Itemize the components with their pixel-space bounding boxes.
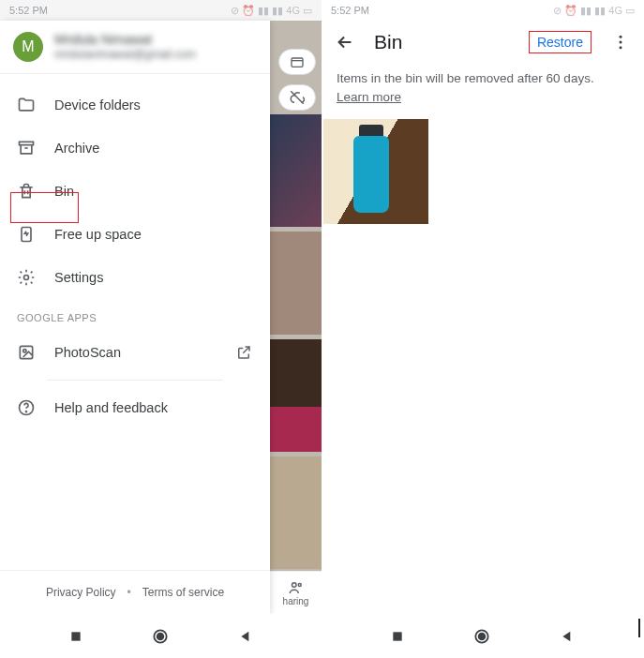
external-link-icon xyxy=(234,343,253,362)
signal2-icon: ▮▮ xyxy=(594,5,606,17)
status-bar-left: 5:52 PM ⊘ ⏰ ▮▮ ▮▮ 4G ▭ xyxy=(0,0,322,21)
android-navbar-left xyxy=(0,614,322,658)
navigation-drawer: M Mridula Nimawat mridulanimawat@gmail.c… xyxy=(0,21,270,614)
bg-thumb-4 xyxy=(270,456,322,569)
footer-terms-link[interactable]: Terms of service xyxy=(142,586,224,599)
battery-icon: ▭ xyxy=(625,5,635,17)
gear-icon xyxy=(17,268,36,287)
dnd-icon: ⊘ xyxy=(553,5,562,17)
svg-rect-13 xyxy=(71,632,80,640)
page-title: Bin xyxy=(374,31,512,53)
nav-settings[interactable]: Settings xyxy=(0,256,270,299)
nav-settings-label: Settings xyxy=(54,270,103,285)
nav-list: Device folders Archive Bin xyxy=(0,74,270,570)
nav-archive-label: Archive xyxy=(54,141,99,156)
recents-button[interactable] xyxy=(66,626,86,647)
learn-more-link[interactable]: Learn more xyxy=(337,90,401,104)
back-nav-button[interactable] xyxy=(557,626,577,647)
alarm-icon: ⏰ xyxy=(242,5,255,17)
bg-thumb-1 xyxy=(270,114,322,227)
nav-section-google-apps: Google Apps xyxy=(0,299,270,331)
highlight-restore-annotation: Restore xyxy=(529,31,592,53)
photo-content xyxy=(323,119,428,224)
folder-icon xyxy=(17,96,36,114)
svg-point-15 xyxy=(157,633,164,639)
bg-thumb-2 xyxy=(270,232,322,335)
divider xyxy=(47,380,223,381)
app-bar: Bin Restore xyxy=(322,21,644,64)
svg-point-5 xyxy=(24,276,29,280)
account-text: Mridula Nimawat mridulanimawat@gmail.com xyxy=(54,32,196,61)
phone-left: 5:52 PM ⊘ ⏰ ▮▮ ▮▮ 4G ▭ haring xyxy=(0,0,322,614)
nav-archive[interactable]: Archive xyxy=(0,127,270,170)
back-button[interactable] xyxy=(333,30,357,54)
drawer-footer: Privacy Policy • Terms of service xyxy=(0,570,270,614)
status-icons-left: ⊘ ⏰ ▮▮ ▮▮ 4G ▭ xyxy=(231,5,312,17)
svg-point-11 xyxy=(620,41,622,44)
pill-button-1[interactable] xyxy=(278,49,316,75)
back-nav-button[interactable] xyxy=(235,626,256,647)
avatar: M xyxy=(13,32,43,62)
footer-privacy-link[interactable]: Privacy Policy xyxy=(46,586,116,599)
bin-grid xyxy=(322,119,644,224)
dnd-icon: ⊘ xyxy=(231,5,239,17)
alarm-icon: ⏰ xyxy=(564,5,577,17)
account-email: mridulanimawat@gmail.com xyxy=(54,48,196,61)
text-cursor xyxy=(638,619,640,637)
svg-rect-3 xyxy=(20,142,34,144)
svg-point-7 xyxy=(23,350,26,352)
account-name: Mridula Nimawat xyxy=(54,32,196,48)
svg-point-1 xyxy=(292,583,296,588)
bottom-tab-sharing[interactable]: haring xyxy=(270,571,322,614)
svg-rect-0 xyxy=(292,58,303,67)
account-row[interactable]: M Mridula Nimawat mridulanimawat@gmail.c… xyxy=(0,21,270,74)
restore-button[interactable]: Restore xyxy=(532,31,589,53)
svg-point-18 xyxy=(479,633,486,639)
svg-point-2 xyxy=(298,584,301,587)
nav-free-up-space-label: Free up space xyxy=(54,227,142,242)
free-space-icon xyxy=(17,225,36,244)
signal-icon: ▮▮ xyxy=(258,5,269,17)
tab-sharing-label: haring xyxy=(283,596,309,606)
status-icons-right: ⊘ ⏰ ▮▮ ▮▮ 4G ▭ xyxy=(553,5,635,17)
svg-point-12 xyxy=(620,46,622,49)
android-navbar-right xyxy=(322,614,643,658)
status-time: 5:52 PM xyxy=(9,5,48,16)
photoscan-icon xyxy=(17,343,36,362)
signal-icon: ▮▮ xyxy=(580,5,592,17)
nav-photoscan[interactable]: PhotoScan xyxy=(0,331,270,374)
avatar-initial: M xyxy=(22,38,34,55)
home-button[interactable] xyxy=(472,626,492,647)
info-text-content: Items in the bin will be removed after 6… xyxy=(337,71,594,85)
nav-device-folders-label: Device folders xyxy=(54,97,141,112)
footer-separator: • xyxy=(127,586,131,599)
help-icon xyxy=(17,398,36,417)
pill-button-cloud-off[interactable] xyxy=(278,84,316,111)
recents-button[interactable] xyxy=(387,626,408,647)
phone-right: 5:52 PM ⊘ ⏰ ▮▮ ▮▮ 4G ▭ Bin Restore I xyxy=(322,0,644,614)
status-time-right: 5:52 PM xyxy=(331,5,369,16)
nav-device-folders[interactable]: Device folders xyxy=(0,83,270,127)
nav-bin-label: Bin xyxy=(54,184,74,199)
bin-info-text: Items in the bin will be removed after 6… xyxy=(322,64,644,119)
bg-thumb-3 xyxy=(270,339,322,452)
status-bar-right: 5:52 PM ⊘ ⏰ ▮▮ ▮▮ 4G ▭ xyxy=(322,0,644,21)
battery-icon: ▭ xyxy=(303,5,312,17)
nav-photoscan-label: PhotoScan xyxy=(54,345,121,360)
bin-photo-thumb[interactable] xyxy=(323,119,428,224)
nav-help-label: Help and feedback xyxy=(54,400,168,415)
svg-point-10 xyxy=(620,36,622,38)
nav-bin[interactable]: Bin xyxy=(0,170,270,213)
home-button[interactable] xyxy=(150,626,171,647)
svg-point-9 xyxy=(26,411,27,412)
trash-icon xyxy=(17,182,36,201)
nav-bar-row xyxy=(0,614,644,658)
net-text-right: 4G xyxy=(608,5,622,16)
overflow-menu-button[interactable] xyxy=(608,30,633,54)
archive-icon xyxy=(17,139,36,157)
net-text: 4G xyxy=(286,5,300,16)
svg-rect-16 xyxy=(393,632,401,640)
nav-free-up-space[interactable]: Free up space xyxy=(0,213,270,256)
nav-help-feedback[interactable]: Help and feedback xyxy=(0,386,270,429)
signal2-icon: ▮▮ xyxy=(272,5,283,17)
